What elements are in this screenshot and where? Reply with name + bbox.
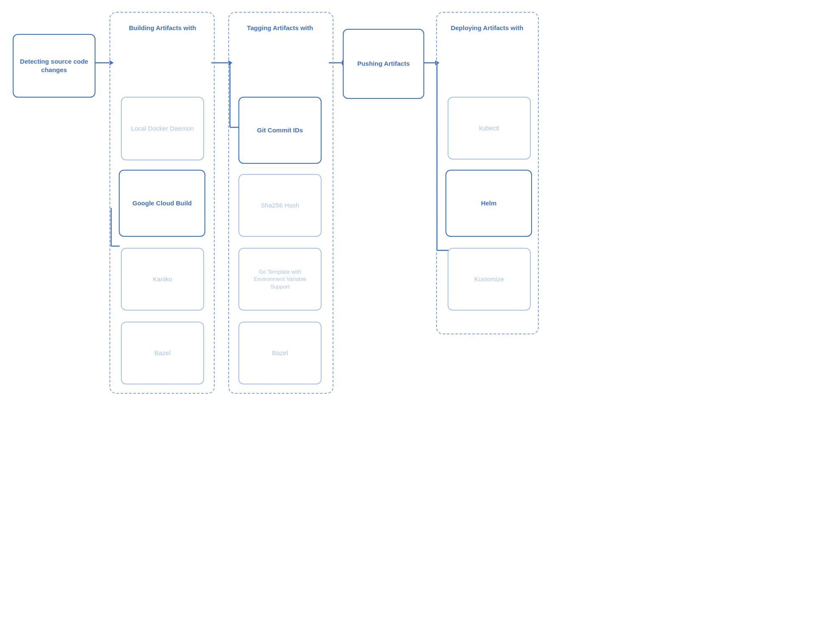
tagging-title: Tagging Artifacts with xyxy=(238,23,322,32)
bazel-build-label: Bazel xyxy=(149,345,176,361)
google-cloud-label: Google Cloud Build xyxy=(127,196,197,211)
local-docker-label: Local Docker Daemon xyxy=(126,121,199,136)
kustomize-label: Kustomize xyxy=(469,272,509,287)
detecting-box: Detecting source code changes xyxy=(13,34,95,98)
bazel-tag-label: Bazel xyxy=(267,345,293,361)
bazel-build-box: Bazel xyxy=(121,322,204,384)
google-cloud-build-box: Google Cloud Build xyxy=(119,170,205,237)
helm-label: Helm xyxy=(476,196,502,211)
helm-box: Helm xyxy=(445,170,532,237)
go-template-box: Go Template with Environment Variable Su… xyxy=(238,248,322,311)
local-docker-box: Local Docker Daemon xyxy=(121,97,204,160)
git-commit-box: Git Commit IDs xyxy=(238,97,322,164)
kubectl-label: kubectl xyxy=(474,121,504,136)
detecting-label: Detecting source code changes xyxy=(14,54,95,78)
kustomize-box: Kustomize xyxy=(448,248,531,311)
pushing-label: Pushing Artifacts xyxy=(352,56,415,71)
pipeline-diagram: Detecting source code changes Building A… xyxy=(0,0,543,407)
deploying-title: Deploying Artifacts with xyxy=(445,23,529,32)
kaniko-box: Kaniko xyxy=(121,248,204,311)
building-title: Building Artifacts with xyxy=(121,23,204,32)
go-template-label: Go Template with Environment Variable Su… xyxy=(239,265,321,294)
sha256-label: Sha256 Hash xyxy=(256,198,305,213)
sha256-box: Sha256 Hash xyxy=(238,174,322,237)
bazel-tag-box: Bazel xyxy=(238,322,322,384)
kubectl-box: kubectl xyxy=(448,97,531,160)
pushing-box: Pushing Artifacts xyxy=(343,29,424,99)
git-commit-label: Git Commit IDs xyxy=(252,123,308,138)
kaniko-label: Kaniko xyxy=(148,272,177,287)
